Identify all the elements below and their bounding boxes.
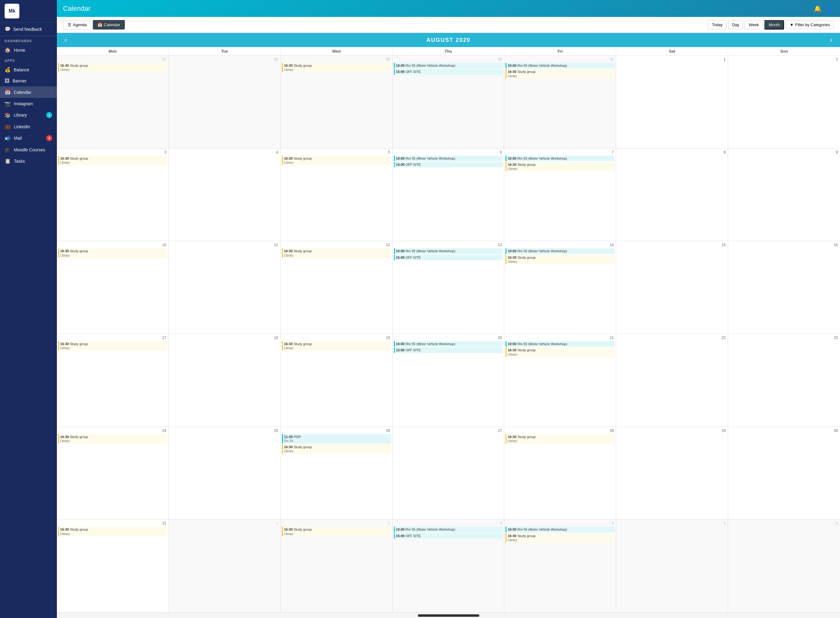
calendar-event[interactable]: 10:00 Rm 55 (Motor Vehicle Workshop)	[505, 341, 615, 347]
calendar-cell[interactable]: 1716:30 Study groupLibrary	[57, 334, 169, 427]
calendar-button[interactable]: 📅 Calendar	[93, 20, 125, 30]
calendar-event[interactable]: 15:00 OFF SITE	[394, 347, 503, 353]
agenda-button[interactable]: ☰ Agenda	[63, 20, 91, 30]
scrollbar[interactable]	[418, 614, 479, 617]
calendar-event[interactable]: 10:00 Rm 55 (Motor Vehicle Workshop)	[394, 156, 503, 161]
calendar-event[interactable]: 10:00 Rm 55 (Motor Vehicle Workshop)	[505, 63, 615, 68]
calendar-event[interactable]: 16:30 Study groupLibrary	[58, 341, 167, 351]
calendar-event[interactable]: 16:30 Study groupLibrary	[58, 248, 167, 258]
calendar-event[interactable]: 10:00 Rm 55 (Motor Vehicle Workshop)	[505, 527, 615, 532]
calendar-event[interactable]: 16:30 Study groupLibrary	[505, 533, 615, 543]
calendar-event[interactable]: 16:30 Study groupLibrary	[58, 156, 167, 165]
sidebar-item-balance[interactable]: 💰 Balance	[0, 64, 57, 75]
sidebar-item-mail[interactable]: 📬 Mail 3	[0, 132, 57, 144]
calendar-event[interactable]: 15:00 OFF SITE	[394, 255, 503, 260]
calendar-cell[interactable]: 216:30 Study groupLibrary	[281, 520, 393, 612]
calendar-cell[interactable]: 316:30 Study groupLibrary	[57, 149, 169, 241]
calendar-cell[interactable]: 1016:30 Study groupLibrary	[57, 241, 169, 334]
calendar-event[interactable]: 10:00 Rm 55 (Motor Vehicle Workshop)	[505, 156, 615, 161]
user-icon[interactable]: 👤	[826, 5, 834, 12]
calendar-event[interactable]: 10:00 Rm 55 (Motor Vehicle Workshop)	[505, 248, 615, 254]
feedback-button[interactable]: 💬 Send feedback	[0, 22, 57, 36]
calendar-cell[interactable]: 1916:30 Study groupLibrary	[281, 334, 393, 427]
calendar-event[interactable]: 10:00 Rm 55 (Motor Vehicle Workshop)	[394, 527, 503, 532]
calendar-cell[interactable]: 29	[616, 427, 728, 520]
calendar-event[interactable]: 16:30 Study groupLibrary	[58, 63, 167, 72]
calendar-cell[interactable]: 18	[169, 334, 281, 427]
calendar-event[interactable]: 16:30 Study groupLibrary	[505, 255, 615, 264]
sidebar-item-home[interactable]: 🏠 Home	[0, 44, 57, 56]
calendar-cell[interactable]: 23	[728, 334, 840, 427]
calendar-event[interactable]: 16:30 Study groupLibrary	[282, 444, 391, 454]
calendar-event[interactable]: 15:00 OFF SITE	[394, 69, 503, 74]
calendar-event[interactable]: 16:30 Study groupLibrary	[505, 347, 615, 357]
calendar-cell[interactable]: 2816:30 Study groupLibrary	[504, 427, 616, 520]
calendar-event[interactable]: 16:30 Study groupLibrary	[505, 69, 615, 79]
month-button[interactable]: Month	[764, 20, 784, 30]
week-button[interactable]: Week	[745, 20, 763, 29]
filter-button[interactable]: ▼ Filter by Categories	[785, 20, 834, 29]
calendar-event[interactable]: 16:30 Study groupLibrary	[282, 248, 391, 258]
calendar-cell[interactable]: 516:30 Study groupLibrary	[281, 149, 393, 241]
calendar-cell[interactable]: 5	[616, 520, 728, 612]
calendar-cell[interactable]: 2110:00 Rm 55 (Motor Vehicle Workshop)16…	[504, 334, 616, 427]
calendar-cell[interactable]: 22	[616, 334, 728, 427]
calendar-event[interactable]: 16:30 Study groupLibrary	[282, 156, 391, 165]
calendar-cell[interactable]: 1	[616, 56, 728, 148]
calendar-event[interactable]: 10:00 Rm 55 (Motor Vehicle Workshop)	[394, 341, 503, 347]
calendar-event[interactable]: 11:30 PDRRm 34	[282, 434, 391, 444]
prev-month-button[interactable]: ‹	[60, 36, 71, 44]
calendar-cell[interactable]: 710:00 Rm 55 (Motor Vehicle Workshop)16:…	[504, 149, 616, 241]
sidebar-item-banner[interactable]: 🖼 Banner	[0, 75, 57, 86]
calendar-cell[interactable]: 1410:00 Rm 55 (Motor Vehicle Workshop)16…	[504, 241, 616, 334]
calendar-cell[interactable]: 3110:00 Rm 55 (Motor Vehicle Workshop)16…	[504, 56, 616, 148]
calendar-event[interactable]: 16:30 Study groupLibrary	[58, 434, 167, 444]
calendar-cell[interactable]: 16	[728, 241, 840, 334]
day-name-wed: Wed	[281, 47, 393, 55]
next-month-button[interactable]: ›	[825, 36, 837, 44]
calendar-cell[interactable]: 3010:00 Rm 55 (Motor Vehicle Workshop)15…	[393, 56, 505, 148]
calendar-event[interactable]: 16:30 Study groupLibrary	[505, 434, 615, 444]
calendar-event[interactable]: 16:30 Study groupLibrary	[282, 527, 391, 536]
calendar-cell[interactable]: 1	[169, 520, 281, 612]
calendar-cell[interactable]: 28	[169, 56, 281, 148]
calendar-cell[interactable]: 2716:30 Study groupLibrary	[57, 56, 169, 148]
sidebar-item-library[interactable]: 📚 Library 1	[0, 109, 57, 121]
calendar-cell[interactable]: 9	[728, 149, 840, 241]
sidebar-item-moodle[interactable]: 🎓 Moodle Courses	[0, 144, 57, 155]
calendar-cell[interactable]: 310:00 Rm 55 (Motor Vehicle Workshop)15:…	[393, 520, 505, 612]
calendar-event[interactable]: 10:00 Rm 55 (Motor Vehicle Workshop)	[394, 248, 503, 254]
sidebar-item-tasks[interactable]: 📋 Tasks	[0, 155, 57, 167]
calendar-cell[interactable]: 11	[169, 241, 281, 334]
calendar-cell[interactable]: 4	[169, 149, 281, 241]
sidebar-item-linkedin[interactable]: 💼 LinkedIn	[0, 121, 57, 132]
calendar-cell[interactable]: 6	[728, 520, 840, 612]
calendar-cell[interactable]: 2916:30 Study groupLibrary	[281, 56, 393, 148]
calendar-cell[interactable]: 2	[728, 56, 840, 148]
calendar-event[interactable]: 16:30 Study groupLibrary	[282, 63, 391, 72]
calendar-cell[interactable]: 1310:00 Rm 55 (Motor Vehicle Workshop)15…	[393, 241, 505, 334]
calendar-event[interactable]: 15:00 OFF SITE	[394, 162, 503, 167]
calendar-cell[interactable]: 2416:30 Study groupLibrary	[57, 427, 169, 520]
calendar-event[interactable]: 16:30 Study groupLibrary	[282, 341, 391, 351]
calendar-cell[interactable]: 27	[393, 427, 505, 520]
today-button[interactable]: Today	[708, 20, 727, 29]
calendar-cell[interactable]: 2010:00 Rm 55 (Motor Vehicle Workshop)15…	[393, 334, 505, 427]
calendar-cell[interactable]: 30	[728, 427, 840, 520]
calendar-event[interactable]: 10:00 Rm 55 (Motor Vehicle Workshop)	[394, 63, 503, 68]
calendar-event[interactable]: 15:00 OFF SITE	[394, 533, 503, 539]
calendar-cell[interactable]: 8	[616, 149, 728, 241]
sidebar-item-instagram[interactable]: 📷 Instagram	[0, 98, 57, 109]
calendar-event[interactable]: 16:30 Study groupLibrary	[505, 162, 615, 171]
calendar-cell[interactable]: 3116:30 Study groupLibrary	[57, 520, 169, 612]
calendar-cell[interactable]: 25	[169, 427, 281, 520]
calendar-cell[interactable]: 410:00 Rm 55 (Motor Vehicle Workshop)16:…	[504, 520, 616, 612]
sidebar-item-calendar[interactable]: 📅 Calendar	[0, 86, 57, 98]
calendar-cell[interactable]: 2611:30 PDRRm 3416:30 Study groupLibrary	[281, 427, 393, 520]
calendar-cell[interactable]: 15	[616, 241, 728, 334]
calendar-cell[interactable]: 1216:30 Study groupLibrary	[281, 241, 393, 334]
calendar-cell[interactable]: 610:00 Rm 55 (Motor Vehicle Workshop)15:…	[393, 149, 505, 241]
calendar-event[interactable]: 16:30 Study groupLibrary	[58, 527, 167, 536]
notification-icon[interactable]: 🔔	[814, 5, 822, 12]
day-button[interactable]: Day	[728, 20, 743, 29]
